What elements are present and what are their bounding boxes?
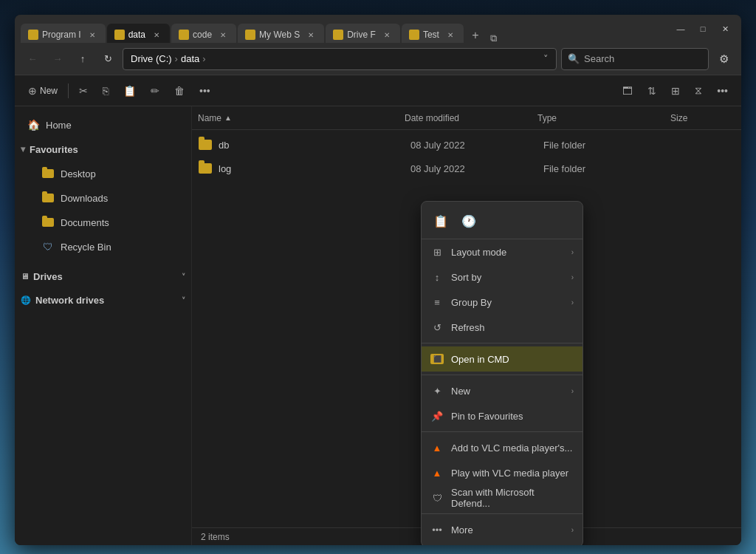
- tab-drivef[interactable]: Drive F ✕: [326, 24, 400, 43]
- sort-button[interactable]: ⇅: [642, 80, 662, 102]
- back-button[interactable]: ←: [22, 49, 43, 69]
- ctx-vlc-add-label: Add to VLC media player's...: [451, 442, 572, 454]
- sidebar-item-downloads[interactable]: Downloads: [18, 186, 188, 210]
- ctx-layout-mode[interactable]: ⊞ Layout mode ›: [422, 239, 583, 264]
- ctx-defender[interactable]: 🛡 Scan with Microsoft Defend...: [422, 485, 583, 510]
- sidebar-item-documents[interactable]: Documents: [18, 211, 188, 234]
- delete-icon: 🗑: [174, 85, 185, 97]
- content-area: 🏠 Home ▾ Favourites Desktop: [15, 106, 741, 545]
- ctx-new-label: New: [451, 386, 470, 397]
- tab-close[interactable]: ✕: [86, 29, 98, 41]
- view-toggle-button[interactable]: 🗔: [616, 80, 639, 102]
- col-type-header[interactable]: Type: [537, 113, 670, 123]
- tab-test[interactable]: Test ✕: [402, 24, 464, 43]
- layout-button[interactable]: ⊞: [665, 80, 686, 102]
- tab-label: Program I: [42, 30, 81, 40]
- tab-icon: [28, 30, 38, 40]
- file-name-log: log: [219, 163, 410, 174]
- tab-close-drivef[interactable]: ✕: [381, 29, 393, 41]
- tabs-area: Program I ✕ data ✕ code ✕ My Web S ✕ Dri…: [21, 15, 664, 43]
- new-button[interactable]: ⊕ New: [22, 80, 63, 102]
- ctx-new[interactable]: ✦ New ›: [422, 378, 583, 403]
- path-separator-2: ›: [202, 53, 205, 64]
- add-tab-button[interactable]: +: [465, 25, 486, 43]
- ctx-vlc-play-icon: ▲: [430, 466, 444, 479]
- up-button[interactable]: ↑: [72, 49, 93, 69]
- paste-button[interactable]: 📋: [117, 80, 142, 102]
- address-dropdown[interactable]: ˅: [543, 53, 549, 64]
- ctx-group-by[interactable]: ≡ Group By ›: [422, 290, 583, 315]
- tab-icon-test: [409, 30, 419, 40]
- ctx-refresh[interactable]: ↺ Refresh: [422, 315, 583, 340]
- tab-icon-code: [179, 30, 189, 40]
- sidebar-item-desktop[interactable]: Desktop: [18, 162, 188, 185]
- details-button[interactable]: ⧖: [689, 80, 708, 102]
- delete-button[interactable]: 🗑: [168, 80, 190, 102]
- new-label: New: [40, 86, 58, 96]
- tab-duplicate-button[interactable]: ⧉: [486, 33, 501, 43]
- sidebar-item-home[interactable]: 🏠 Home: [18, 113, 188, 137]
- tab-label-active: data: [128, 30, 145, 40]
- settings-button[interactable]: ⚙: [713, 49, 734, 69]
- copy-button[interactable]: ⎘: [97, 80, 114, 102]
- ctx-open-cmd[interactable]: ⬛ Open in CMD: [422, 346, 583, 372]
- context-menu: 📋 🕐 ⊞ Layout mode › ↕ Sort by › ≡ Group …: [421, 201, 583, 545]
- toolbar-more-right[interactable]: •••: [711, 80, 734, 102]
- ctx-more-arrow: ›: [571, 526, 574, 534]
- file-explorer-window: Program I ✕ data ✕ code ✕ My Web S ✕ Dri…: [15, 15, 741, 545]
- ctx-paste-icon-btn[interactable]: 📋: [429, 209, 453, 233]
- view-toggle-icon: 🗔: [622, 85, 633, 97]
- file-type-db: File folder: [543, 140, 676, 151]
- ctx-pin-favourites[interactable]: 📌 Pin to Favourites: [422, 403, 583, 428]
- ctx-more[interactable]: ••• More ›: [422, 517, 583, 542]
- tab-close-active[interactable]: ✕: [151, 29, 162, 41]
- new-icon: ⊕: [28, 85, 37, 97]
- tab-label-drivef: Drive F: [347, 30, 376, 40]
- col-date-label: Date modified: [405, 113, 459, 123]
- ctx-vlc-play[interactable]: ▲ Play with VLC media player: [422, 460, 583, 485]
- address-box[interactable]: Drive (C:) › data › ˅: [123, 48, 557, 70]
- tab-myweb[interactable]: My Web S ✕: [238, 24, 324, 43]
- ctx-group-arrow: ›: [571, 298, 574, 307]
- file-type-log: File folder: [543, 163, 676, 174]
- more-button[interactable]: •••: [193, 80, 216, 102]
- col-date-header[interactable]: Date modified: [405, 113, 537, 123]
- refresh-button[interactable]: ↻: [97, 49, 118, 69]
- tab-close-myweb[interactable]: ✕: [305, 29, 317, 41]
- table-row[interactable]: log 08 July 2022 File folder: [192, 157, 741, 180]
- ctx-vlc-add[interactable]: ▲ Add to VLC media player's...: [422, 435, 583, 460]
- rename-button[interactable]: ✏: [145, 80, 165, 102]
- path-drive: Drive (C:): [131, 53, 172, 64]
- network-chevron-icon: ˅: [182, 296, 185, 304]
- sidebar-item-recycle[interactable]: 🛡 Recycle Bin: [18, 235, 188, 259]
- col-size-header[interactable]: Size: [670, 113, 735, 123]
- table-row[interactable]: db 08 July 2022 File folder: [192, 133, 741, 157]
- tab-code[interactable]: code ✕: [171, 24, 236, 43]
- minimize-button[interactable]: —: [670, 18, 691, 39]
- col-name-header[interactable]: Name ▲: [198, 113, 405, 123]
- tab-icon-drivef: [333, 30, 343, 40]
- close-button[interactable]: ✕: [715, 18, 735, 39]
- tab-close-test[interactable]: ✕: [444, 29, 456, 41]
- ctx-history-icon-btn[interactable]: 🕐: [457, 209, 481, 233]
- tab-close-code[interactable]: ✕: [217, 29, 229, 41]
- titlebar: Program I ✕ data ✕ code ✕ My Web S ✕ Dri…: [15, 15, 741, 43]
- tab-data[interactable]: data ✕: [107, 24, 170, 43]
- cut-button[interactable]: ✂: [73, 80, 94, 102]
- sidebar-section-drives[interactable]: 🖥 Drives ˅: [15, 264, 191, 288]
- ctx-sort-by[interactable]: ↕ Sort by ›: [422, 264, 583, 290]
- sidebar-section-network[interactable]: 🌐 Network drives ˅: [15, 288, 191, 312]
- sidebar-section-favourites[interactable]: ▾ Favourites: [15, 137, 191, 161]
- folder-icon-db: [198, 137, 213, 152]
- desktop-folder-icon: [41, 167, 55, 180]
- col-name-label: Name: [198, 113, 221, 123]
- search-placeholder: Search: [584, 53, 614, 64]
- chevron-down-icon: ▾: [21, 144, 25, 154]
- downloads-label: Downloads: [61, 193, 108, 204]
- maximize-button[interactable]: □: [693, 18, 713, 39]
- search-box[interactable]: 🔍 Search: [561, 48, 709, 70]
- ctx-new-arrow: ›: [571, 387, 574, 395]
- tab-program[interactable]: Program I ✕: [21, 24, 106, 43]
- ctx-group-icon: ≡: [430, 295, 444, 309]
- forward-button[interactable]: →: [47, 49, 68, 69]
